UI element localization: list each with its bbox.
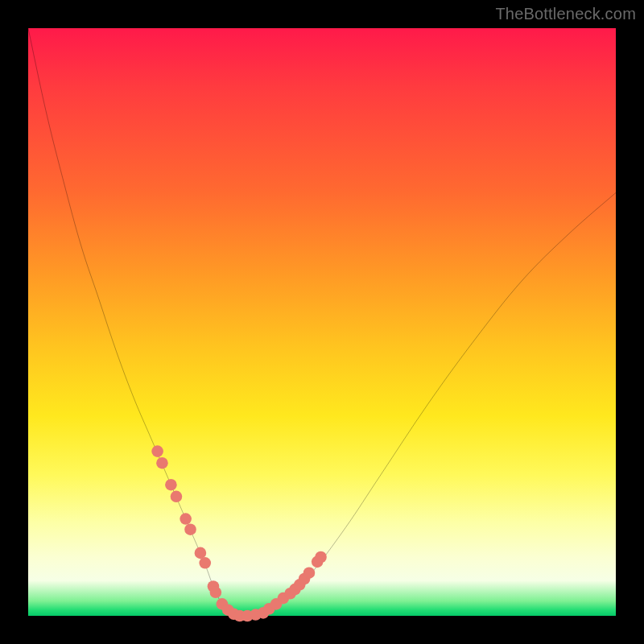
marker-dot [184, 523, 196, 535]
marker-dot [151, 445, 163, 457]
marker-dot [165, 479, 177, 491]
marker-dot [195, 547, 207, 559]
marker-dot [315, 551, 327, 564]
plot-area [28, 28, 616, 616]
curve-path [28, 28, 616, 617]
marker-group [151, 445, 327, 621]
marker-dot [210, 587, 222, 599]
marker-dot [303, 567, 316, 579]
marker-dot [156, 457, 168, 469]
chart-svg [28, 28, 616, 616]
marker-dot [180, 513, 192, 525]
watermark-text: TheBottleneck.com [495, 5, 636, 23]
marker-dot [199, 557, 211, 569]
marker-dot [171, 491, 183, 503]
chart-frame: TheBottleneck.com [0, 0, 644, 644]
